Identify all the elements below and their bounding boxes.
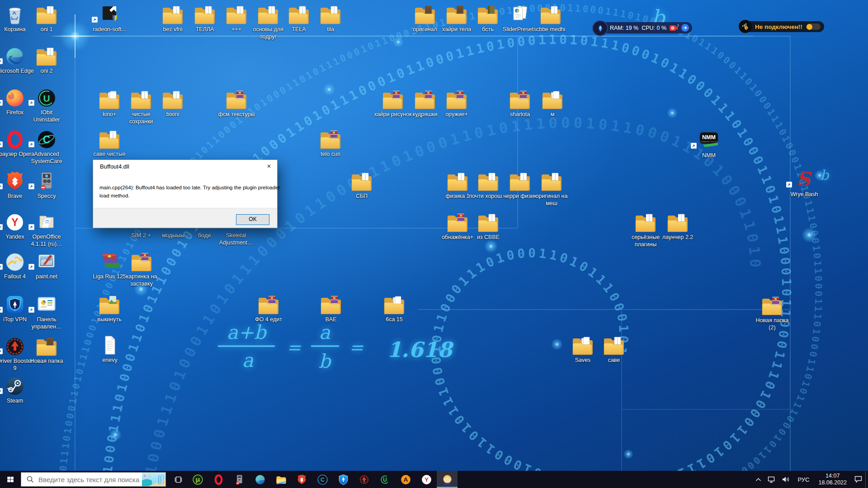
desktop-icon-26[interactable]: м <box>532 89 573 118</box>
desktop-icon-17[interactable]: UIObit Uninstaller <box>26 87 67 123</box>
shortcut-arrow-icon <box>0 99 3 108</box>
desktop-icon-58[interactable]: BAE <box>310 294 352 323</box>
desktop-icon-label: oni 1 <box>27 26 66 33</box>
desktop-icon-56[interactable]: выкинуть <box>89 294 130 323</box>
taskbar-app-speccy[interactable] <box>229 471 250 488</box>
taskbar-app-ccleaner[interactable]: C <box>312 471 333 488</box>
folder-rar-icon <box>751 295 793 315</box>
taskbar-app-edge[interactable] <box>250 471 270 488</box>
taskbar-app-utorrent[interactable]: µ <box>187 471 208 488</box>
desktop-icon-label: Новая папка (2) <box>753 317 792 331</box>
desktop-icon-64[interactable]: саве <box>593 334 635 364</box>
folder-rar-icon <box>310 294 352 314</box>
desktop-icon-49[interactable]: Skeletal Adjustment… <box>215 230 257 246</box>
desktop-icon-label: Skeletal Adjustment… <box>217 232 255 246</box>
taskbar-app-driverbooster[interactable] <box>354 471 374 488</box>
taskbar-app-iobit[interactable]: U <box>374 471 395 488</box>
taskbar-clock[interactable]: 14:07 18.06.2022 <box>814 473 851 486</box>
fallout-icon <box>442 474 453 485</box>
dialog-message-line2: load method. <box>99 192 280 200</box>
desktop-icon-38[interactable]: оригинал на меш <box>531 170 572 207</box>
desktop-icon-27[interactable]: NMMCOMMUNITY EDITIONNMM <box>688 130 730 159</box>
desktop-icon-24[interactable]: оружие+ <box>436 89 477 118</box>
desktop-icon-66[interactable]: Steam <box>0 375 36 404</box>
perf-monitor-pill[interactable]: RAM: 19 % CPU: 0 % 1 <box>594 22 692 33</box>
folder-zip-icon <box>467 211 509 232</box>
desktop: 0110100011101000110101110001011000111010… <box>0 0 868 488</box>
tray-time: 14:07 <box>818 473 847 479</box>
taskbar-search[interactable] <box>21 472 166 487</box>
folder-rar-icon <box>216 89 257 109</box>
desktop-icon-65[interactable]: Новая папка (2) <box>751 295 793 331</box>
desktop-icon-29[interactable]: CAdvanced SystemCare <box>26 128 67 165</box>
desktop-icon-53[interactable]: картинка на заставку <box>121 251 162 287</box>
close-icon[interactable]: ✕ <box>263 162 275 171</box>
ok-button[interactable]: OK <box>236 214 269 225</box>
taskbar-app-itopshield[interactable] <box>333 471 354 488</box>
desktop-icon-label: 6ca 15 <box>375 316 414 323</box>
desktop-icon-51[interactable]: paint.net <box>26 251 67 280</box>
desktop-icon-55[interactable]: Панель управлен… <box>26 294 67 330</box>
expand-arrow-icon[interactable] <box>681 24 689 32</box>
desktop-icon-1[interactable]: oni 1 <box>26 4 67 33</box>
desktop-icon-label: IObit Uninstaller <box>27 109 66 123</box>
desktop-icon-8[interactable]: tila <box>310 4 351 33</box>
desktop-icon-label: Панель управлен… <box>27 316 66 330</box>
vpn-status-text: Не подключен!! <box>755 23 802 30</box>
desktop-icon-2[interactable]: radeon-soft… <box>89 4 131 33</box>
desktop-icon-62[interactable]: enevy <box>89 334 131 364</box>
desktop-icon-61[interactable]: Новая папка <box>26 335 67 365</box>
start-button[interactable] <box>0 471 21 488</box>
shortcut-arrow-icon <box>0 58 3 66</box>
desktop-icon-41[interactable]: OpenOffice 4.1.11 (ru)… <box>26 211 67 248</box>
record-icon[interactable]: 1 <box>670 25 678 31</box>
taskbar-app-opera[interactable] <box>208 471 229 488</box>
desktop-icon-33[interactable]: Speccy <box>26 170 67 200</box>
shortcut-arrow-icon <box>28 224 34 232</box>
desktop-icon-31[interactable]: telo curi <box>310 128 351 158</box>
desktop-icon-label: м <box>533 111 572 118</box>
shortcut-arrow-icon <box>28 141 34 149</box>
desktop-icon-label: оригинал на меш <box>532 192 571 207</box>
itopshield-icon <box>338 474 349 485</box>
desktop-icon-30[interactable]: саве чистые <box>89 128 130 158</box>
desktop-icon-43[interactable]: из CBBE <box>467 211 509 241</box>
desktop-icons: Корзинаoni 1radeon-soft…bez vfriiТЕЛЛА++… <box>0 0 868 471</box>
language-indicator[interactable]: РУС <box>793 471 814 488</box>
taskbar-app-fallout[interactable] <box>437 471 458 488</box>
folder-zip-icon <box>152 89 193 109</box>
taskbar-app-brave[interactable] <box>291 471 312 488</box>
show-desktop-button[interactable] <box>865 471 868 488</box>
desktop-icon-13[interactable]: cbbe medhi <box>530 4 571 33</box>
tray-chevron-up-icon[interactable] <box>752 471 764 488</box>
task-view-icon <box>174 476 183 483</box>
vpn-status-pill[interactable]: Не подключен!! <box>740 21 824 32</box>
desktop-icon-34[interactable]: СБП <box>341 170 382 200</box>
asc-icon: C <box>26 128 67 149</box>
desktop-icon-59[interactable]: 6ca 15 <box>373 294 415 323</box>
taskbar-app-yandex[interactable]: Y <box>416 471 437 488</box>
desktop-icon-label: выкинуть <box>90 316 129 323</box>
task-view-button[interactable] <box>169 471 187 488</box>
search-input[interactable] <box>38 476 142 483</box>
controlpanel-icon <box>26 294 67 314</box>
shortcut-arrow-icon <box>28 306 34 314</box>
yandex-icon: Y <box>421 474 432 485</box>
desktop-icon-39[interactable]: SWrye Bash <box>783 169 825 198</box>
network-icon[interactable] <box>764 471 779 488</box>
action-center-icon[interactable] <box>851 471 865 488</box>
edge-icon <box>255 474 266 485</box>
taskbar-app-explorer[interactable] <box>270 471 291 488</box>
vpn-toggle[interactable] <box>806 23 821 30</box>
desktop-icon-21[interactable]: фсм текстуры <box>216 89 257 118</box>
search-highlight-image[interactable] <box>142 473 165 486</box>
volume-icon[interactable] <box>779 471 793 488</box>
nmm-icon: NMMCOMMUNITY EDITION <box>688 130 730 150</box>
desktop-icon-57[interactable]: ФО 4 едит <box>248 294 289 323</box>
desktop-icon-45[interactable]: лаунчер 2.2 <box>657 211 698 241</box>
shortcut-arrow-icon <box>0 263 3 272</box>
desktop-icon-20[interactable]: bixini <box>152 89 193 118</box>
desktop-icon-15[interactable]: oni 2 <box>26 45 67 75</box>
desktop-icon-label: telo curi <box>311 150 350 158</box>
taskbar-app-aimp[interactable]: A <box>395 471 416 488</box>
